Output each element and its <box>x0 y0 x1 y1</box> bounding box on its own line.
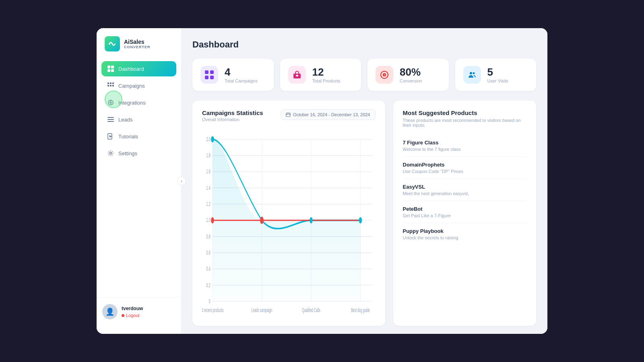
svg-point-68 <box>260 216 264 224</box>
settings-icon <box>107 150 114 157</box>
app-container: AiSales CONVERTER Dashboard <box>97 28 547 334</box>
stat-label-visits: User Visits <box>487 78 508 83</box>
svg-rect-1 <box>107 66 110 68</box>
conversion-stat-icon <box>376 66 393 84</box>
visits-stat-icon <box>463 66 481 84</box>
svg-text:Leads campaign: Leads campaign <box>252 307 272 313</box>
svg-rect-16 <box>107 119 114 120</box>
chart-svg: 2.0 1.8 1.6 1.4 1.2 1.0 0.8 0.6 0.4 0.2 … <box>202 130 376 317</box>
list-item: 7 Figure Class Welcome to the 7 figure c… <box>403 135 527 157</box>
svg-point-12 <box>110 102 111 103</box>
logo-title: AiSales <box>124 39 151 45</box>
svg-text:1.6: 1.6 <box>206 168 210 175</box>
stat-value-campaigns: 4 <box>225 67 258 77</box>
logout-label: Logout <box>126 313 140 318</box>
svg-point-67 <box>211 217 214 224</box>
chart-titles: Campaigns Statistics Overall Information <box>202 109 263 122</box>
svg-text:Qualified Calls: Qualified Calls <box>302 307 320 313</box>
svg-rect-10 <box>112 85 114 86</box>
product-name: DomainProphets <box>403 162 527 168</box>
stat-label-conversion: Conversion <box>400 78 422 83</box>
svg-point-30 <box>470 72 472 74</box>
svg-text:0.4: 0.4 <box>206 265 210 272</box>
chart-subtitle: Overall Information <box>202 117 263 122</box>
logout-button[interactable]: Logout <box>122 313 143 318</box>
stat-card-campaigns: 4 Total Campaigns <box>192 59 274 91</box>
stat-card-products: 12 Total Products <box>280 59 361 91</box>
nav-items: Dashboard Campaigns <box>97 61 181 297</box>
date-range: October 16, 2024 - December 13, 2024 <box>281 109 375 120</box>
sidebar-item-leads[interactable]: Leads <box>101 112 176 127</box>
user-name: tverdouw <box>122 306 143 311</box>
svg-text:1.0: 1.0 <box>206 216 210 224</box>
user-area: 👤 tverdouw Logout <box>97 297 181 326</box>
chart-title: Campaigns Statistics <box>202 109 263 116</box>
svg-point-31 <box>473 72 475 74</box>
integrations-icon <box>107 99 114 106</box>
sidebar-item-label-leads: Leads <box>118 117 132 123</box>
date-range-text: October 16, 2024 - December 13, 2024 <box>293 112 370 117</box>
svg-rect-23 <box>205 76 208 79</box>
product-desc: Unlock the secrets to raising <box>403 235 527 240</box>
sidebar-item-campaigns[interactable]: Campaigns <box>101 78 176 93</box>
stat-info-products: 12 Total Products <box>312 67 341 83</box>
dashboard-icon <box>107 65 114 72</box>
sidebar-item-label-tutorials: Tutorials <box>118 134 138 140</box>
chart-card: Campaigns Statistics Overall Information… <box>192 101 385 326</box>
svg-text:0.6: 0.6 <box>206 249 210 256</box>
svg-text:1.2: 1.2 <box>206 200 210 208</box>
svg-point-20 <box>110 152 112 154</box>
svg-rect-3 <box>107 69 110 72</box>
products-title: Most Suggested Products <box>403 109 527 116</box>
svg-rect-9 <box>110 85 111 86</box>
stats-row: 4 Total Campaigns 12 Total Products <box>192 59 536 91</box>
stat-info-conversion: 80% Conversion <box>400 67 422 83</box>
svg-rect-17 <box>107 121 114 122</box>
list-item: PeteBot Get Paid Like a 7-Figure <box>403 201 527 223</box>
sidebar: AiSales CONVERTER Dashboard <box>97 28 181 334</box>
stat-label-campaigns: Total Campaigns <box>225 78 258 83</box>
sidebar-item-tutorials[interactable]: Tutorials <box>101 129 176 144</box>
logo-text: AiSales CONVERTER <box>124 39 151 49</box>
avatar: 👤 <box>102 304 118 319</box>
bottom-grid: Campaigns Statistics Overall Information… <box>192 101 536 326</box>
svg-rect-24 <box>210 76 214 79</box>
sidebar-item-dashboard[interactable]: Dashboard <box>101 61 176 76</box>
svg-point-63 <box>211 136 214 143</box>
stat-value-visits: 5 <box>487 67 508 77</box>
svg-text:0.2: 0.2 <box>206 282 210 289</box>
svg-rect-4 <box>111 69 114 72</box>
campaigns-icon <box>107 82 114 89</box>
sidebar-item-label-integrations: Integrations <box>118 100 146 106</box>
svg-point-29 <box>384 74 385 76</box>
products-stat-icon <box>288 66 306 84</box>
svg-rect-21 <box>205 70 208 74</box>
svg-rect-15 <box>107 117 114 118</box>
product-desc: Meet the next generation easyvsl, <box>403 191 527 196</box>
sidebar-item-settings[interactable]: Settings <box>101 146 176 161</box>
svg-text:Best dog guide: Best dog guide <box>351 307 370 313</box>
chart-area: 2.0 1.8 1.6 1.4 1.2 1.0 0.8 0.6 0.4 0.2 … <box>202 130 376 317</box>
svg-rect-26 <box>296 75 298 76</box>
product-name: 7 Figure Class <box>403 140 527 146</box>
chart-header: Campaigns Statistics Overall Information… <box>202 109 376 122</box>
sidebar-item-label-settings: Settings <box>118 150 137 156</box>
page-title: Dashboard <box>192 39 536 50</box>
stat-info-visits: 5 User Visits <box>487 67 508 83</box>
svg-rect-32 <box>286 113 290 117</box>
stat-value-products: 12 <box>312 67 341 77</box>
stat-label-products: Total Products <box>312 78 341 83</box>
svg-rect-2 <box>111 66 114 68</box>
product-desc: Get Paid Like a 7-Figure <box>403 213 527 218</box>
sidebar-item-integrations[interactable]: Integrations <box>101 95 176 110</box>
sidebar-item-label-dashboard: Dashboard <box>118 66 144 72</box>
logo-sub: CONVERTER <box>124 45 151 49</box>
calendar-icon <box>286 112 291 117</box>
main-content: Dashboard 4 Total Campaigns <box>181 28 547 334</box>
svg-point-65 <box>310 217 312 224</box>
list-item: Puppy Playbook Unlock the secrets to rai… <box>403 223 527 245</box>
product-desc: Welcome to the 7 figure class <box>403 147 527 152</box>
products-subtitle: These products are most recommended to v… <box>403 118 527 128</box>
svg-rect-7 <box>112 82 114 84</box>
sidebar-collapse-button[interactable]: ‹ <box>177 177 186 185</box>
